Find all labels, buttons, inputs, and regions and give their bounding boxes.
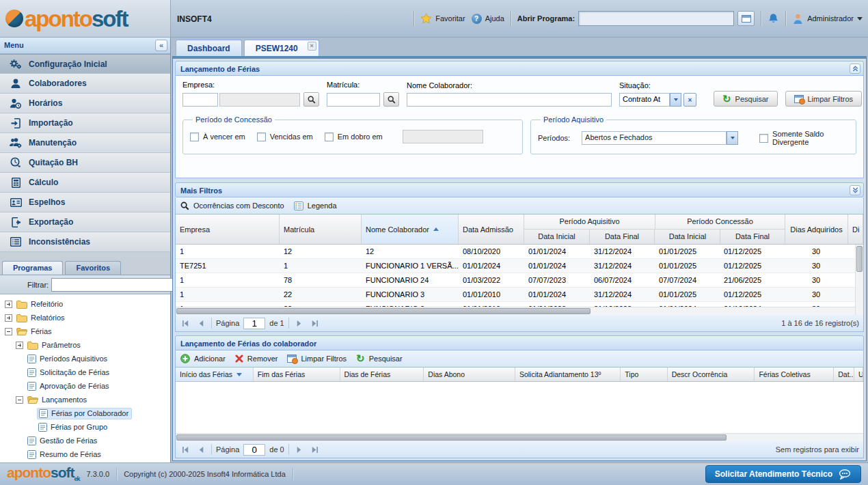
program-browser-button[interactable] [737,11,755,26]
prev-page-button[interactable] [195,444,207,456]
scrollbar-thumb[interactable] [176,308,591,314]
matricula-lookup-button[interactable] [383,92,399,107]
collapse-panel-button[interactable] [850,64,860,74]
tree-filter-input[interactable] [51,278,178,292]
column-header-dias-abono[interactable]: Dias Abono [424,368,515,381]
ocorrencias-com-desconto-button[interactable]: Ocorrências com Desconto [180,202,284,210]
column-header-pc-data-inicial[interactable]: Data Inicial [655,230,720,244]
tree-item-refeitorio[interactable]: Refeitório [0,297,170,311]
sidebar-item-exportacao[interactable]: Exportação [0,212,170,232]
table-row[interactable]: TE72511FUNCIONARIO 1 VERSÃ...01/01/20240… [176,259,863,273]
column-header-nome-colaborador[interactable]: Nome Colaborador [362,214,459,244]
empresa-code-input[interactable] [182,93,218,107]
column-header-empresa[interactable]: Empresa [176,214,280,244]
prev-page-button[interactable] [195,318,207,329]
pesquisar-button[interactable]: ↻ Pesquisar [356,355,403,363]
tree-item-lancamentos[interactable]: Lançamentos [0,393,170,406]
tree-item-periodos-aquisitivos[interactable]: Períodos Aquisitivos [0,352,170,365]
pesquisar-button[interactable]: ↻ Pesquisar [714,91,778,107]
sidebar-item-calculo[interactable]: Cálculo [0,173,170,193]
column-header-dias-ferias[interactable]: Dias de Férias [340,368,424,381]
collapse-icon[interactable] [5,328,12,335]
situacao-combo[interactable]: Contrato At [619,93,670,107]
page-number-input[interactable] [243,444,265,456]
column-header-data-admissao[interactable]: Data Admissão [459,214,524,244]
sidebar-item-espelhos[interactable]: Espelhos [0,193,170,212]
open-program-input[interactable] [578,11,734,26]
situacao-clear-button[interactable]: × [683,93,696,107]
tab-dashboard[interactable]: Dashboard [176,40,242,56]
tree-item-relatorios[interactable]: Relatórios [0,311,170,324]
saldo-divergente-checkbox-row[interactable]: Somente Saldo Divergente [759,130,849,146]
sidebar-item-colaboradores[interactable]: Colaboradores [0,74,170,94]
tree-item-resumo-de-ferias[interactable]: Resumo de Férias [0,447,170,461]
column-header-fim-ferias[interactable]: Fim das Férias [254,368,340,381]
column-header-ferias-coletivas[interactable]: Férias Coletivas [755,368,834,381]
collapse-icon[interactable] [16,396,23,404]
tree-item-ferias-por-grupo[interactable]: Férias por Grupo [0,420,170,434]
vencidas-checkbox-row[interactable]: Vencidas em [257,133,313,141]
limpar-filtros-button[interactable]: Limpar Filtros [785,91,863,107]
a-vencer-checkbox-row[interactable]: À vencer em [190,133,245,141]
scrollbar-thumb[interactable] [176,434,727,441]
column-header-dat[interactable]: Dat... [834,368,854,381]
table-row[interactable]: 178FUNCIONARIO 2401/03/202207/07/202306/… [176,273,863,288]
checkbox[interactable] [759,134,768,143]
sidebar-item-configuracao-inicial[interactable]: Configuração Inicial [0,54,170,74]
column-header-dias-adquiridos[interactable]: Dias Adquiridos [785,214,848,244]
expand-icon[interactable] [5,301,12,308]
notifications-button[interactable] [768,13,779,25]
scrollbar-thumb[interactable] [856,246,863,272]
horizontal-scrollbar[interactable] [176,433,863,441]
next-page-button[interactable] [293,444,305,456]
vertical-scrollbar[interactable] [855,245,863,315]
tree-item-gestao-de-ferias[interactable]: Gestão de Férias [0,434,170,447]
sidebar-collapse-button[interactable]: « [155,40,167,51]
column-header-tipo[interactable]: Tipo [621,368,667,381]
first-page-button[interactable] [180,318,191,329]
column-header-pa-data-inicial[interactable]: Data Inicial [524,230,590,244]
adicionar-button[interactable]: Adicionar [180,354,226,363]
column-header-u-cut[interactable]: U [854,368,863,381]
mais-filtros-header[interactable]: Mais Filtros [175,182,864,197]
situacao-combo-trigger[interactable] [670,93,681,107]
column-header-pa-data-final[interactable]: Data Final [590,230,655,244]
tree-item-parametros[interactable]: Parâmetros [0,338,170,352]
sidebar-item-manutencao[interactable]: Manutenção [0,133,170,153]
tree-item-aprovacao-de-ferias[interactable]: Aprovação de Férias [0,379,170,393]
checkbox[interactable] [190,133,199,141]
sidebar-item-quitacao-bh[interactable]: Quitação BH [0,153,170,173]
empresa-lookup-button[interactable] [303,92,319,107]
tab-favoritos[interactable]: Favoritos [65,261,121,275]
favorite-button[interactable]: Favoritar [420,13,465,24]
page-number-input[interactable] [243,318,265,329]
user-menu[interactable]: Administrador [792,13,863,25]
checkbox[interactable] [325,133,334,141]
column-header-descr-ocorrencia[interactable]: Descr Ocorrência [668,368,755,381]
tree-item-ferias-por-colaborador[interactable]: Férias por Colaborador [0,406,170,420]
column-header-dias-cut[interactable]: Di [848,214,863,244]
last-page-button[interactable] [309,444,321,456]
periodos-combo[interactable]: Abertos e Fechados [582,131,727,145]
expand-icon[interactable] [5,314,12,322]
expand-panel-button[interactable] [850,185,860,195]
sidebar-item-importacao[interactable]: Importação [0,113,170,133]
horizontal-scrollbar[interactable] [176,307,855,315]
em-dobro-checkbox-row[interactable]: Em dobro em [325,133,383,141]
support-button[interactable]: Solicitar Atendimento Técnico [705,465,861,483]
tree-item-solicitacao-de-ferias[interactable]: Solicitação de Férias [0,365,170,379]
expand-icon[interactable] [16,342,23,349]
tab-psew1240[interactable]: PSEW1240× [244,40,319,56]
periodos-combo-trigger[interactable] [727,131,738,145]
last-page-button[interactable] [309,318,321,329]
table-row[interactable]: 1121208/10/202001/01/202431/12/202401/01… [176,245,863,259]
sidebar-item-inconsistencias[interactable]: Inconsistências [0,232,170,252]
remover-button[interactable]: Remover [235,355,278,363]
help-button[interactable]: ? Ajuda [472,14,504,24]
column-header-pc-data-final[interactable]: Data Final [720,230,785,244]
close-tab-icon[interactable]: × [308,42,316,51]
tab-programas[interactable]: Programas [2,261,63,275]
column-header-solicita-adiantamento[interactable]: Solicita Adiantamento 13º [515,368,621,381]
column-header-inicio-ferias[interactable]: Início das Férias [176,368,254,381]
legenda-button[interactable]: Legenda [294,202,337,210]
